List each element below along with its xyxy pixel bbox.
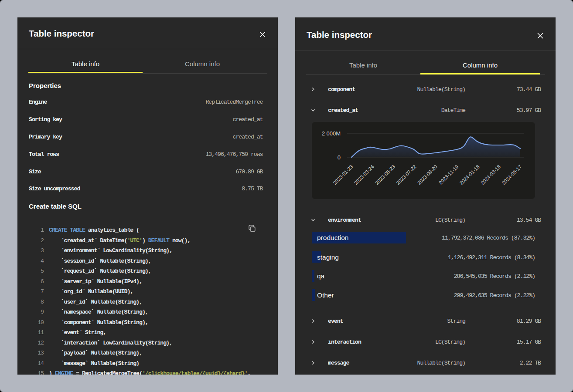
svg-text:2023-05-23: 2023-05-23 [374,164,396,186]
svg-text:2 000M: 2 000M [322,130,341,137]
svg-text:2023-07-22: 2023-07-22 [396,164,417,186]
svg-text:2023-03-24: 2023-03-24 [353,164,375,186]
svg-text:2023-01-23: 2023-01-23 [332,164,354,186]
svg-text:0: 0 [338,154,341,161]
svg-text:2024-03-18: 2024-03-18 [480,164,501,186]
svg-text:2024-05-17: 2024-05-17 [501,164,523,186]
svg-text:2024-01-18: 2024-01-18 [459,164,481,186]
svg-text:2023-09-20: 2023-09-20 [416,164,438,186]
svg-text:2023-11-19: 2023-11-19 [438,164,459,185]
